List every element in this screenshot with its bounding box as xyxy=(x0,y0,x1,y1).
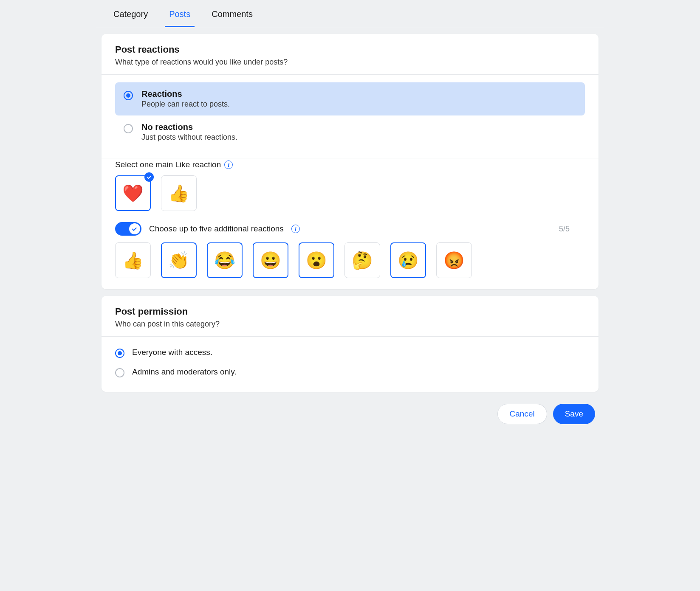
post-permission-title: Post permission xyxy=(115,306,585,317)
additional-reaction-thinking[interactable]: 🤔 xyxy=(344,242,380,278)
additional-reaction-clap[interactable]: 👏 xyxy=(161,242,197,278)
additional-reaction-tears-of-joy[interactable]: 😂 xyxy=(207,242,243,278)
tab-category[interactable]: Category xyxy=(112,5,150,27)
additional-reaction-smile[interactable]: 😀 xyxy=(253,242,288,278)
tab-comments[interactable]: Comments xyxy=(210,5,254,27)
post-reactions-title: Post reactions xyxy=(115,44,585,55)
reactions-option-enable[interactable]: Reactions People can react to posts. xyxy=(115,82,585,115)
radio-icon xyxy=(124,91,133,100)
permission-option-everyone[interactable]: Everyone with access. xyxy=(115,343,585,362)
info-icon[interactable]: i xyxy=(224,160,233,169)
reactions-option-disable[interactable]: No reactions Just posts without reaction… xyxy=(115,115,585,149)
radio-icon xyxy=(124,124,133,133)
main-reaction-tiles: ❤️👍 xyxy=(102,175,598,222)
radio-icon xyxy=(115,349,124,358)
additional-reactions-label: Choose up to five additional reactions xyxy=(149,224,284,234)
reactions-option-sub: People can react to posts. xyxy=(141,100,230,109)
permission-option-admins[interactable]: Admins and moderators only. xyxy=(115,362,585,382)
permission-option-label: Everyone with access. xyxy=(132,348,212,357)
tab-posts[interactable]: Posts xyxy=(167,5,192,27)
additional-reaction-surprised[interactable]: 😮 xyxy=(299,242,334,278)
save-button[interactable]: Save xyxy=(553,404,595,424)
no-reactions-option-sub: Just posts without reactions. xyxy=(141,133,237,142)
info-icon[interactable]: i xyxy=(291,225,300,233)
main-reaction-heart[interactable]: ❤️ xyxy=(115,175,151,211)
permission-option-label: Admins and moderators only. xyxy=(132,367,237,377)
radio-icon xyxy=(115,368,124,377)
check-badge-icon xyxy=(144,172,154,182)
additional-reactions-counter: 5/5 xyxy=(559,225,585,234)
additional-reaction-thumbs-up[interactable]: 👍 xyxy=(115,242,151,278)
cancel-button[interactable]: Cancel xyxy=(497,404,547,424)
additional-reaction-tiles: 👍👏😂😀😮🤔😢😡 xyxy=(102,242,598,289)
footer-actions: Cancel Save xyxy=(96,392,604,424)
additional-reaction-sad[interactable]: 😢 xyxy=(390,242,426,278)
post-reactions-subtitle: What type of reactions would you like un… xyxy=(115,58,585,67)
post-permission-subtitle: Who can post in this category? xyxy=(115,320,585,329)
main-reaction-label: Select one main Like reaction xyxy=(115,160,221,169)
tabs-bar: Category Posts Comments xyxy=(96,0,604,27)
no-reactions-option-title: No reactions xyxy=(141,122,237,132)
additional-reaction-angry[interactable]: 😡 xyxy=(436,242,472,278)
post-permission-card: Post permission Who can post in this cat… xyxy=(102,296,598,392)
post-reactions-card: Post reactions What type of reactions wo… xyxy=(102,34,598,289)
additional-reactions-toggle[interactable] xyxy=(115,222,141,236)
main-reaction-thumbs-up[interactable]: 👍 xyxy=(161,175,197,211)
reactions-option-title: Reactions xyxy=(141,89,230,99)
